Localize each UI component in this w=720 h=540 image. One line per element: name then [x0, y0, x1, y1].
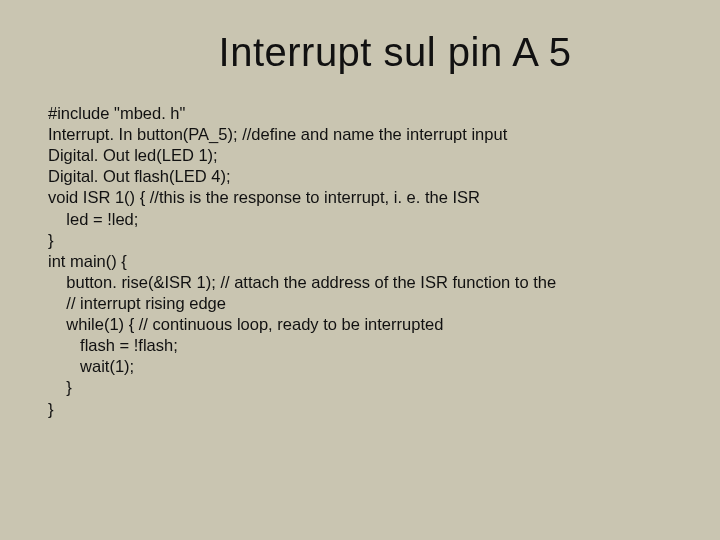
code-block: #include "mbed. h" Interrupt. In button(… — [48, 103, 672, 420]
slide: Interrupt sul pin A 5 #include "mbed. h"… — [0, 0, 720, 540]
slide-title: Interrupt sul pin A 5 — [118, 30, 672, 75]
